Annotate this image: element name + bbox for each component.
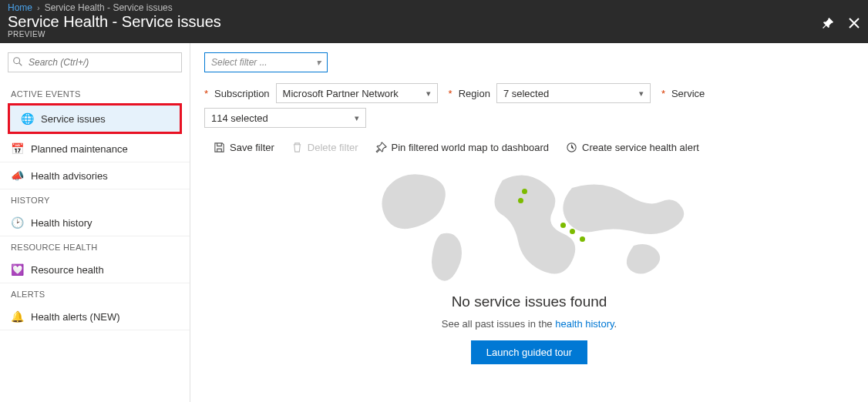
empty-sub-suffix: . bbox=[614, 318, 617, 330]
select-filter-placeholder: Select filter ... bbox=[211, 57, 267, 68]
breadcrumb-home[interactable]: Home bbox=[8, 2, 32, 13]
health-history-link[interactable]: health history bbox=[555, 318, 614, 330]
sidebar-item-planned-maintenance[interactable]: 📅 Planned maintenance bbox=[0, 136, 190, 162]
service-label: Service bbox=[671, 88, 705, 99]
sidebar-item-health-advisories[interactable]: 📣 Health advisories bbox=[0, 162, 190, 189]
required-asterisk: * bbox=[449, 88, 453, 99]
search-icon bbox=[12, 56, 23, 69]
service-value: 114 selected bbox=[211, 112, 268, 124]
save-filter-button[interactable]: Save filter bbox=[214, 142, 274, 153]
heartbeat-icon: 💟 bbox=[11, 263, 23, 276]
select-filter-dropdown[interactable]: Select filter ... ▾ bbox=[204, 52, 328, 72]
breadcrumb-current: Service Health - Service issues bbox=[45, 2, 173, 13]
required-asterisk: * bbox=[204, 88, 208, 99]
sidebar-item-health-history[interactable]: 🕑 Health history bbox=[0, 209, 190, 236]
pin-map-label: Pin filtered world map to dashboard bbox=[392, 142, 550, 153]
section-alerts: ALERTS bbox=[0, 283, 190, 303]
required-asterisk: * bbox=[661, 88, 665, 99]
calendar-icon: 📅 bbox=[11, 142, 23, 155]
section-active-events: ACTIVE EVENTS bbox=[0, 83, 190, 103]
breadcrumb: Home › Service Health - Service issues bbox=[0, 0, 868, 13]
sidebar-item-resource-health[interactable]: 💟 Resource health bbox=[0, 256, 190, 283]
empty-subtitle: See all past issues in the health histor… bbox=[204, 318, 854, 330]
globe-alert-icon: 🌐 bbox=[21, 112, 33, 125]
save-filter-label: Save filter bbox=[230, 142, 274, 153]
main-content: Select filter ... ▾ * Subscription Micro… bbox=[190, 43, 868, 402]
search-input[interactable] bbox=[8, 52, 182, 72]
empty-sub-prefix: See all past issues in the bbox=[442, 318, 555, 330]
subscription-dropdown[interactable]: Microsoft Partner Network ▾ bbox=[276, 83, 438, 103]
section-resource-health: RESOURCE HEALTH bbox=[0, 236, 190, 256]
sidebar-item-label: Health advisories bbox=[31, 170, 108, 182]
create-alert-button[interactable]: Create service health alert bbox=[566, 142, 699, 153]
subscription-label: Subscription bbox=[214, 88, 270, 99]
region-dropdown[interactable]: 7 selected ▾ bbox=[496, 83, 651, 103]
chevron-right-icon: › bbox=[37, 3, 40, 12]
launch-guided-tour-button[interactable]: Launch guided tour bbox=[471, 340, 587, 364]
nav-highlight: 🌐 Service issues bbox=[8, 103, 182, 134]
chevron-down-icon: ▾ bbox=[426, 89, 431, 99]
chevron-down-icon: ▾ bbox=[355, 113, 359, 123]
close-icon[interactable] bbox=[848, 17, 860, 32]
region-dot bbox=[570, 229, 575, 234]
sidebar-item-label: Resource health bbox=[31, 264, 104, 276]
save-icon bbox=[214, 142, 225, 153]
region-dot bbox=[560, 223, 566, 228]
sidebar-item-health-alerts[interactable]: 🔔 Health alerts (NEW) bbox=[0, 303, 190, 330]
page-title: Service Health - Service issues bbox=[8, 13, 221, 30]
trash-icon bbox=[291, 142, 303, 153]
create-alert-label: Create service health alert bbox=[582, 142, 699, 153]
sidebar-item-label: Service issues bbox=[41, 113, 106, 125]
region-value: 7 selected bbox=[503, 88, 549, 99]
sidebar: ACTIVE EVENTS 🌐 Service issues 📅 Planned… bbox=[0, 43, 190, 402]
empty-title: No service issues found bbox=[204, 293, 854, 310]
section-history: HISTORY bbox=[0, 189, 190, 209]
sidebar-item-label: Health alerts (NEW) bbox=[31, 311, 120, 323]
region-dot bbox=[580, 236, 585, 242]
region-label: Region bbox=[459, 88, 490, 99]
delete-filter-label: Delete filter bbox=[308, 142, 358, 153]
delete-filter-button: Delete filter bbox=[291, 142, 358, 153]
region-dot bbox=[522, 189, 527, 194]
subscription-value: Microsoft Partner Network bbox=[283, 88, 399, 99]
world-map bbox=[368, 161, 691, 284]
pin-icon bbox=[375, 142, 387, 153]
megaphone-icon: 📣 bbox=[11, 169, 23, 182]
service-dropdown[interactable]: 114 selected ▾ bbox=[204, 108, 366, 128]
clock-alert-icon bbox=[566, 142, 577, 153]
region-dot bbox=[518, 198, 523, 203]
sidebar-item-label: Planned maintenance bbox=[31, 143, 128, 155]
page-subtitle: PREVIEW bbox=[8, 30, 221, 39]
alerts-icon: 🔔 bbox=[11, 310, 23, 323]
chevron-down-icon: ▾ bbox=[316, 57, 321, 68]
history-icon: 🕑 bbox=[11, 216, 23, 229]
sidebar-item-label: Health history bbox=[31, 217, 92, 229]
chevron-down-icon: ▾ bbox=[639, 89, 644, 99]
sidebar-item-service-issues[interactable]: 🌐 Service issues bbox=[10, 106, 180, 132]
svg-point-0 bbox=[14, 58, 20, 64]
svg-line-1 bbox=[19, 63, 22, 66]
pin-map-button[interactable]: Pin filtered world map to dashboard bbox=[375, 142, 550, 153]
pin-icon[interactable] bbox=[822, 17, 834, 32]
